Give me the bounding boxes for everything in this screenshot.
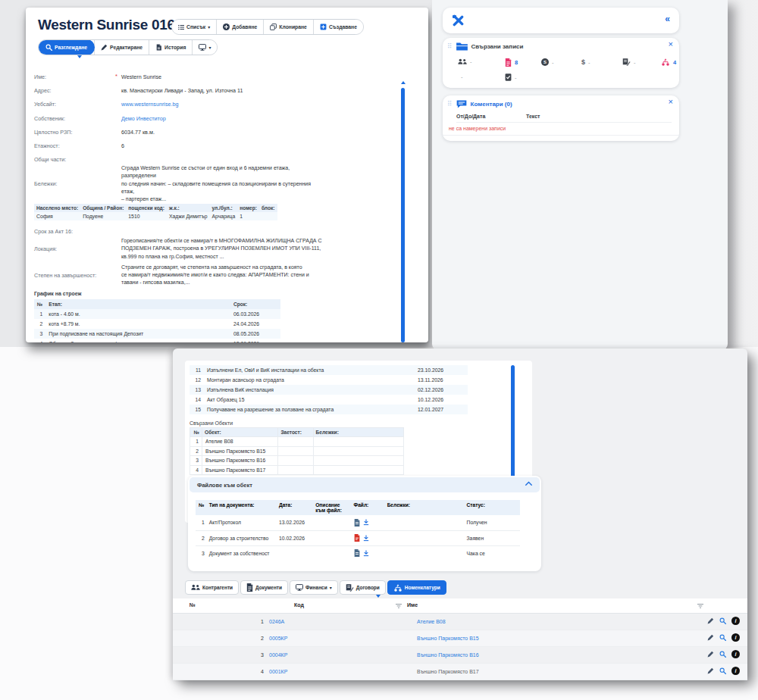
- linked-objects-title: Свързани Обекти: [190, 420, 532, 426]
- code-link[interactable]: 0001КР: [269, 669, 287, 674]
- tab-договори[interactable]: Договори: [340, 580, 386, 595]
- name-link[interactable]: Външно Паркомясто B15: [417, 636, 479, 641]
- files-section-header[interactable]: Файлове към обект: [190, 477, 540, 492]
- stage-link[interactable]: кота - 4.60 м.: [45, 309, 230, 319]
- magnifier-icon[interactable]: [719, 667, 726, 674]
- field-value-link[interactable]: www.westernsunrise.bg: [121, 101, 179, 108]
- related-comment-item[interactable]: -: [458, 73, 463, 80]
- vertical-scrollbar[interactable]: [401, 88, 405, 342]
- object-link[interactable]: Външно Паркомясто B16: [202, 456, 278, 466]
- tab-финанси[interactable]: Финанси▾: [290, 580, 338, 595]
- contract-icon: [622, 58, 631, 66]
- files-header-row: №Тип на документа:Дата:Описание към файл…: [196, 500, 520, 515]
- create-button[interactable]: Създаване: [313, 20, 363, 34]
- stage-number: 12: [190, 375, 204, 385]
- stage-link[interactable]: Монтиран асансьор на сградата: [204, 375, 415, 385]
- field-value: Сграда Western Sunrise се състои от един…: [121, 164, 391, 203]
- drag-handle-icon[interactable]: ⠿: [447, 43, 453, 50]
- info-icon[interactable]: i: [731, 650, 740, 658]
- filter-icon[interactable]: [697, 604, 703, 608]
- related-records-header: ⠿ Свързани записи ×: [443, 38, 679, 55]
- tab-label: История: [164, 45, 186, 50]
- close-icon[interactable]: ×: [669, 98, 673, 106]
- name-link[interactable]: Ателие B08: [417, 619, 446, 624]
- code-link[interactable]: 0004КР: [269, 652, 287, 658]
- drag-handle-icon[interactable]: ⠿: [447, 101, 453, 108]
- stage-link[interactable]: кота +8.79 м.: [45, 319, 230, 329]
- occupancy-cell: [278, 446, 313, 456]
- clone-button[interactable]: Клониране: [263, 20, 313, 34]
- related-task-item[interactable]: -: [505, 73, 517, 81]
- tools-icon[interactable]: [452, 14, 464, 27]
- download-icon[interactable]: [363, 535, 369, 542]
- code-link[interactable]: 0005КР: [269, 636, 287, 641]
- related-document-item[interactable]: 8: [505, 58, 518, 67]
- magnifier-icon[interactable]: [719, 634, 726, 641]
- related-coin-item[interactable]: S-: [541, 58, 554, 66]
- tab-history[interactable]: История: [149, 40, 192, 55]
- stage-link[interactable]: Изпълнени Ел, ОвИ и ВиК инсталации на об…: [204, 365, 415, 375]
- filter-icon[interactable]: [396, 604, 402, 608]
- related-count: 8: [515, 59, 518, 66]
- tab-label: Редактиране: [110, 45, 143, 50]
- object-link[interactable]: Ателие B08: [202, 437, 278, 447]
- comments-empty-message: не са намерени записи: [449, 126, 506, 131]
- tab-view[interactable]: Разглеждане: [38, 39, 95, 55]
- field-label: Уебсайт:: [34, 101, 56, 108]
- stage-link[interactable]: Изпълнена ВиК инсталация: [204, 385, 415, 395]
- object-number: 1: [190, 437, 202, 447]
- row-actions: i: [707, 633, 740, 642]
- chevron-up-icon[interactable]: [525, 481, 532, 486]
- tab-edit[interactable]: Редактиране: [94, 40, 149, 55]
- nomenclature-icon: [661, 58, 670, 66]
- object-link[interactable]: Външно Паркомясто B15: [202, 446, 278, 456]
- pencil-icon[interactable]: [707, 617, 714, 624]
- field-row: Цялостно РЗП:6034.77 кв.м.: [34, 129, 421, 142]
- magnifier-icon[interactable]: [719, 617, 726, 624]
- field-value-link[interactable]: Демо Инвеститор: [121, 115, 166, 122]
- info-icon[interactable]: i: [731, 617, 740, 625]
- collapse-panel-button[interactable]: «: [665, 14, 670, 24]
- stage-link[interactable]: Образец 3 за приемане на фундамент: [45, 339, 230, 342]
- close-icon[interactable]: ×: [669, 40, 673, 48]
- related-count: -: [515, 74, 517, 81]
- magnifier-icon[interactable]: [719, 651, 726, 658]
- tab-контрагенти[interactable]: Контрагенти: [185, 580, 239, 595]
- pencil-icon[interactable]: [707, 651, 714, 658]
- active-tab-pointer: [77, 55, 82, 58]
- tab-номенклатури[interactable]: Номенклатури: [387, 580, 446, 595]
- related-contract-item[interactable]: -: [622, 58, 636, 66]
- pencil-icon[interactable]: [707, 634, 714, 641]
- construction-schedule-table-continued: 11Изпълнени Ел, ОвИ и ВиК инсталации на …: [190, 365, 468, 414]
- related-count: -: [461, 73, 463, 80]
- related-nomenclature-item[interactable]: 4: [661, 58, 676, 66]
- file-row: 3Документ за собственостЧака се: [196, 545, 520, 561]
- add-button[interactable]: Добавяне: [216, 20, 263, 34]
- tab-print[interactable]: ▾: [192, 40, 217, 55]
- download-icon[interactable]: [363, 550, 369, 557]
- related-dollar-item[interactable]: $-: [581, 58, 590, 66]
- stage-link[interactable]: При подписване на настоящия Депозит: [45, 329, 230, 339]
- download-icon[interactable]: [363, 519, 369, 526]
- tab-документи[interactable]: Документи: [240, 580, 288, 595]
- scroll-up-arrow[interactable]: [401, 81, 406, 84]
- files-col-header: Бележки:: [385, 500, 465, 515]
- pencil-icon[interactable]: [707, 667, 714, 674]
- comments-header: ⠿ Коментари (0) ×: [443, 95, 679, 112]
- object-link: Външно Паркомясто B17: [202, 465, 278, 475]
- document-date: [277, 545, 313, 561]
- pdf-icon[interactable]: [354, 534, 360, 542]
- stage-link[interactable]: Получаване на разрешение за ползване на …: [204, 405, 415, 414]
- related-contacts-item[interactable]: -: [458, 58, 472, 65]
- field-value: 6: [121, 142, 124, 149]
- list-button[interactable]: Списък▾: [172, 20, 216, 34]
- info-icon[interactable]: i: [731, 667, 740, 675]
- file-icon[interactable]: [354, 519, 360, 527]
- info-icon[interactable]: i: [731, 633, 740, 642]
- address-col-header: ж.к.:: [167, 204, 210, 212]
- code-link[interactable]: 0246A: [269, 619, 284, 624]
- file-icon[interactable]: [354, 549, 360, 557]
- stage-link[interactable]: Акт Образец 15: [204, 395, 415, 405]
- name-link[interactable]: Външно Паркомясто B16: [417, 652, 479, 658]
- comments-title: Коментари (0): [471, 101, 512, 108]
